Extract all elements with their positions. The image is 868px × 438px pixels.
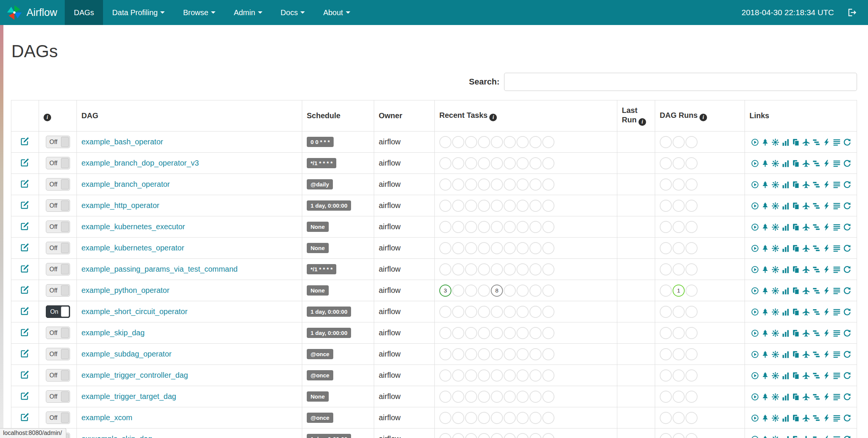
- task-duration-icon[interactable]: [782, 329, 790, 337]
- recent-task-circle[interactable]: [452, 263, 464, 275]
- landing-times-icon[interactable]: [802, 181, 810, 189]
- logs-icon[interactable]: [833, 435, 841, 438]
- tree-view-icon[interactable]: [761, 393, 769, 401]
- recent-task-circle[interactable]: [465, 263, 477, 275]
- dag-run-circle[interactable]: [685, 391, 698, 403]
- recent-task-circle[interactable]: [439, 200, 451, 212]
- recent-task-circle[interactable]: [529, 136, 542, 148]
- edit-dag-icon[interactable]: [20, 264, 30, 273]
- recent-task-circle[interactable]: [439, 369, 451, 382]
- tree-view-icon[interactable]: [761, 181, 769, 189]
- recent-task-circle[interactable]: [452, 200, 464, 212]
- logs-icon[interactable]: [833, 329, 841, 337]
- task-tries-icon[interactable]: [792, 160, 800, 167]
- landing-times-icon[interactable]: [802, 223, 810, 231]
- recent-task-circle[interactable]: [491, 433, 503, 438]
- landing-times-icon[interactable]: [802, 393, 810, 401]
- trigger-icon[interactable]: [751, 414, 759, 422]
- recent-task-circle[interactable]: [504, 157, 516, 169]
- code-icon[interactable]: [823, 266, 831, 274]
- recent-task-circle[interactable]: [465, 306, 477, 318]
- recent-task-circle[interactable]: [491, 200, 503, 212]
- tree-view-icon[interactable]: [761, 160, 769, 167]
- landing-times-icon[interactable]: [802, 244, 810, 252]
- graph-view-icon[interactable]: [771, 181, 779, 189]
- code-icon[interactable]: [823, 393, 831, 401]
- refresh-icon[interactable]: [843, 414, 851, 422]
- recent-task-circle[interactable]: [504, 306, 516, 318]
- recent-task-circle[interactable]: [517, 221, 529, 233]
- trigger-icon[interactable]: [751, 223, 759, 231]
- edit-dag-icon[interactable]: [20, 370, 30, 379]
- dag-run-circle[interactable]: [685, 327, 698, 339]
- refresh-icon[interactable]: [843, 160, 851, 167]
- trigger-icon[interactable]: [751, 287, 759, 295]
- task-tries-icon[interactable]: [792, 244, 800, 252]
- graph-view-icon[interactable]: [771, 266, 779, 274]
- task-tries-icon[interactable]: [792, 435, 800, 438]
- gantt-icon[interactable]: [812, 350, 820, 358]
- task-duration-icon[interactable]: [782, 202, 790, 210]
- recent-task-circle[interactable]: [478, 412, 490, 424]
- dag-name-link[interactable]: example_subdag_operator: [81, 350, 172, 358]
- tree-view-icon[interactable]: [761, 202, 769, 210]
- edit-dag-icon[interactable]: [20, 242, 30, 252]
- dag-name-link[interactable]: example_bash_operator: [81, 138, 163, 146]
- logs-icon[interactable]: [833, 350, 841, 358]
- task-tries-icon[interactable]: [792, 350, 800, 358]
- refresh-icon[interactable]: [843, 223, 851, 231]
- task-duration-icon[interactable]: [782, 350, 790, 358]
- dag-run-circle[interactable]: [673, 327, 685, 339]
- task-tries-icon[interactable]: [792, 202, 800, 210]
- logs-icon[interactable]: [833, 393, 841, 401]
- recent-task-circle[interactable]: [465, 391, 477, 403]
- graph-view-icon[interactable]: [771, 223, 779, 231]
- edit-dag-icon[interactable]: [20, 136, 30, 145]
- dag-run-circle[interactable]: [685, 221, 698, 233]
- nav-item-admin[interactable]: Admin: [225, 0, 272, 25]
- dag-run-circle[interactable]: [685, 157, 698, 169]
- recent-task-circle[interactable]: [517, 178, 529, 191]
- dag-run-circle[interactable]: [685, 136, 698, 148]
- nav-item-docs[interactable]: Docs: [272, 0, 314, 25]
- dag-name-link[interactable]: example_trigger_target_dag: [81, 392, 176, 400]
- dag-run-circle[interactable]: [685, 433, 698, 438]
- recent-task-circle[interactable]: [491, 136, 503, 148]
- recent-task-circle[interactable]: [529, 348, 542, 360]
- schedule-badge[interactable]: 1 day, 0:00:00: [307, 434, 351, 438]
- tree-view-icon[interactable]: [761, 329, 769, 337]
- recent-task-circle[interactable]: [478, 221, 490, 233]
- edit-dag-icon[interactable]: [20, 412, 30, 421]
- task-tries-icon[interactable]: [792, 329, 800, 337]
- edit-dag-icon[interactable]: [20, 200, 30, 209]
- info-icon[interactable]: [699, 114, 707, 121]
- trigger-icon[interactable]: [751, 138, 759, 146]
- dag-run-circle[interactable]: [673, 263, 685, 275]
- recent-task-circle[interactable]: [439, 178, 451, 191]
- recent-task-circle[interactable]: [491, 348, 503, 360]
- recent-task-circle[interactable]: [478, 348, 490, 360]
- dag-run-circle[interactable]: [660, 178, 672, 191]
- logs-icon[interactable]: [833, 308, 841, 316]
- dag-run-circle[interactable]: [673, 412, 685, 424]
- dag-run-circle[interactable]: [660, 412, 672, 424]
- dag-pause-toggle[interactable]: Off: [46, 199, 70, 212]
- recent-task-circle[interactable]: [439, 348, 451, 360]
- dag-pause-toggle[interactable]: Off: [46, 263, 70, 275]
- trigger-icon[interactable]: [751, 266, 759, 274]
- dag-run-circle[interactable]: [685, 242, 698, 254]
- dag-name-link[interactable]: example_xcom: [81, 413, 133, 422]
- trigger-icon[interactable]: [751, 308, 759, 316]
- graph-view-icon[interactable]: [771, 138, 779, 146]
- recent-task-circle[interactable]: [529, 285, 542, 297]
- task-tries-icon[interactable]: [792, 287, 800, 295]
- task-tries-icon[interactable]: [792, 308, 800, 316]
- logout-icon[interactable]: [847, 8, 857, 17]
- landing-times-icon[interactable]: [802, 202, 810, 210]
- recent-task-circle[interactable]: [542, 200, 554, 212]
- recent-task-circle[interactable]: [542, 178, 554, 191]
- recent-task-circle[interactable]: [465, 433, 477, 438]
- recent-task-circle[interactable]: [478, 136, 490, 148]
- info-icon[interactable]: [639, 118, 646, 126]
- recent-task-circle[interactable]: [491, 178, 503, 191]
